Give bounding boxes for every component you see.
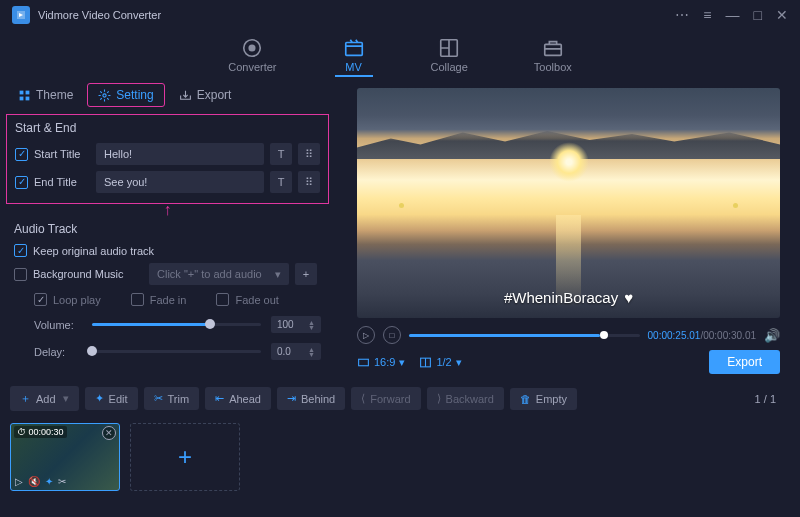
split-select[interactable]: 1/2 ▾ [419, 356, 461, 369]
add-button[interactable]: ＋Add▾ [10, 386, 79, 411]
clip-play-icon[interactable]: ▷ [15, 476, 23, 487]
stop-button[interactable]: □ [383, 326, 401, 344]
current-time: 00:00:25.01 [648, 330, 701, 341]
volume-row: Volume: 100 ▲▼ [14, 316, 321, 333]
keep-original-label: Keep original audio track [33, 245, 154, 257]
converter-icon [241, 37, 263, 59]
gear-icon [98, 89, 111, 102]
main-tabs: Converter MV Collage Toolbox [0, 30, 800, 80]
forward-button[interactable]: ⟨Forward [351, 387, 420, 410]
svg-point-9 [103, 93, 106, 96]
start-title-label: Start Title [34, 148, 90, 160]
subtab-export-label: Export [197, 88, 232, 102]
subtab-theme[interactable]: Theme [8, 84, 83, 106]
svg-rect-7 [20, 96, 24, 100]
start-title-input[interactable] [96, 143, 264, 165]
end-title-grid-button[interactable]: ⠿ [298, 171, 320, 193]
tab-collage[interactable]: Collage [423, 33, 476, 77]
end-title-checkbox[interactable] [15, 176, 28, 189]
ahead-button[interactable]: ⇤Ahead [205, 387, 271, 410]
backward-button[interactable]: ⟩Backward [427, 387, 504, 410]
maximize-icon[interactable]: □ [754, 7, 762, 23]
menu-icon[interactable]: ≡ [703, 7, 711, 23]
start-title-text-button[interactable]: T [270, 143, 292, 165]
tab-converter[interactable]: Converter [220, 33, 284, 77]
bg-music-row: Background Music Click "+" to add audio … [14, 263, 321, 285]
end-title-input[interactable] [96, 171, 264, 193]
chevron-down-icon: ▾ [399, 356, 405, 369]
fadein-label: Fade in [150, 294, 187, 306]
delay-spinner[interactable]: ▲▼ [308, 347, 315, 357]
annotation-arrow-icon: ↑ [0, 204, 335, 218]
total-time: 00:00:30.01 [703, 330, 756, 341]
subtab-setting-label: Setting [116, 88, 153, 102]
keep-original-checkbox[interactable] [14, 244, 27, 257]
split-value: 1/2 [436, 356, 451, 368]
window-controls: ⋯ ≡ — □ ✕ [675, 7, 788, 23]
volume-icon[interactable]: 🔊 [764, 328, 780, 343]
svg-rect-8 [26, 96, 30, 100]
clip-trim-icon[interactable]: ✂ [58, 476, 66, 487]
volume-slider[interactable] [92, 323, 261, 326]
progress-bar[interactable] [409, 334, 640, 337]
clip-item[interactable]: ⏱ 00:00:30 ✕ ▷ 🔇 ✦ ✂ [10, 423, 120, 491]
end-title-label: End Title [34, 176, 90, 188]
feedback-icon[interactable]: ⋯ [675, 7, 689, 23]
svg-point-1 [250, 45, 256, 51]
toolbox-icon [542, 37, 564, 59]
delay-label: Delay: [34, 346, 82, 358]
chevron-down-icon: ▾ [275, 268, 281, 281]
fadeout-label: Fade out [235, 294, 278, 306]
preview-video[interactable]: #WheninBoracay ♥ [357, 88, 780, 318]
chevron-down-icon: ▾ [456, 356, 462, 369]
delay-row: Delay: 0.0 ▲▼ [14, 343, 321, 360]
trim-button[interactable]: ✂Trim [144, 387, 200, 410]
bg-music-checkbox[interactable] [14, 268, 27, 281]
loop-checkbox[interactable] [34, 293, 47, 306]
keep-original-row: Keep original audio track [14, 244, 321, 257]
heart-icon: ♥ [624, 289, 633, 306]
behind-button[interactable]: ⇥Behind [277, 387, 345, 410]
subtab-theme-label: Theme [36, 88, 73, 102]
bg-music-select[interactable]: Click "+" to add audio ▾ [149, 263, 289, 285]
plus-icon: + [178, 443, 192, 471]
end-title-text-button[interactable]: T [270, 171, 292, 193]
fadein-option: Fade in [131, 293, 187, 306]
fadein-checkbox[interactable] [131, 293, 144, 306]
delay-slider[interactable] [92, 350, 261, 353]
sub-tabs: Theme Setting Export [0, 80, 335, 110]
volume-spinner[interactable]: ▲▼ [308, 320, 315, 330]
subtab-export[interactable]: Export [169, 84, 242, 106]
volume-value-box[interactable]: 100 ▲▼ [271, 316, 321, 333]
subtab-setting[interactable]: Setting [87, 83, 164, 107]
close-icon[interactable]: ✕ [776, 7, 788, 23]
delay-value-box[interactable]: 0.0 ▲▼ [271, 343, 321, 360]
empty-button[interactable]: 🗑Empty [510, 388, 577, 410]
collage-icon [438, 37, 460, 59]
add-clip-button[interactable]: + [130, 423, 240, 491]
player-bar: ▷ □ 00:00:25.01/00:00:30.01 🔊 [357, 322, 780, 348]
start-title-checkbox[interactable] [15, 148, 28, 161]
clip-duration: ⏱ 00:00:30 [14, 426, 67, 438]
tab-toolbox[interactable]: Toolbox [526, 33, 580, 77]
forward-icon: ⟨ [361, 392, 365, 405]
export-button[interactable]: Export [709, 350, 780, 374]
edit-button[interactable]: ✦Edit [85, 387, 138, 410]
minimize-icon[interactable]: — [726, 7, 740, 23]
start-title-grid-button[interactable]: ⠿ [298, 143, 320, 165]
clip-effect-icon[interactable]: ✦ [45, 476, 53, 487]
loop-option: Loop play [34, 293, 101, 306]
tab-mv[interactable]: MV [335, 33, 373, 77]
clip-mute-icon[interactable]: 🔇 [28, 476, 40, 487]
start-end-section: Start & End Start Title T ⠿ End Title T … [6, 114, 329, 204]
titlebar: Vidmore Video Converter ⋯ ≡ — □ ✕ [0, 0, 800, 30]
delay-value: 0.0 [277, 346, 291, 357]
end-title-row: End Title T ⠿ [15, 171, 320, 193]
clip-remove-button[interactable]: ✕ [102, 426, 116, 440]
play-button[interactable]: ▷ [357, 326, 375, 344]
plus-icon: ＋ [20, 391, 31, 406]
mv-icon [343, 37, 365, 59]
fadeout-checkbox[interactable] [216, 293, 229, 306]
aspect-ratio-select[interactable]: 16:9 ▾ [357, 356, 405, 369]
add-audio-button[interactable]: + [295, 263, 317, 285]
